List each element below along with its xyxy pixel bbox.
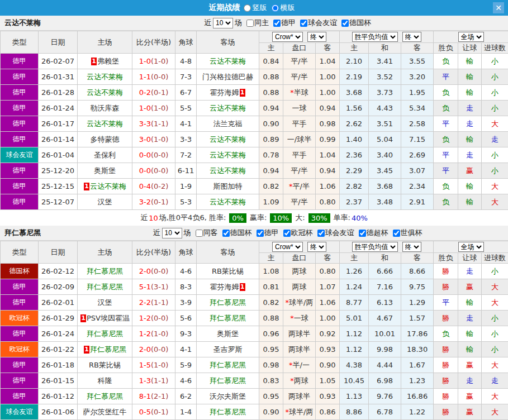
avg-time-select[interactable]: 终 [402, 242, 421, 252]
column-header: 比分(半场) [132, 241, 175, 264]
league-filter-checkbox[interactable]: 德国杯 [220, 228, 252, 238]
fulltime-score: 1-0 [139, 104, 151, 112]
away-team: 云达不莱梅 [197, 194, 259, 210]
odds-home: 0.78 [259, 147, 283, 163]
league-filter-checkbox-input[interactable] [283, 230, 291, 237]
away-team-name: 法兰克福 [213, 120, 243, 128]
handicap-line: 平/半 [283, 163, 316, 179]
avg-home: 2.10 [340, 54, 369, 69]
close-button[interactable]: ✕ [493, 2, 504, 13]
fulltime-score: 3-0 [139, 135, 151, 144]
table-row: 德甲25-12-151云达不莱梅0-4(0-2)1-9斯图加特0.82*平/半1… [1, 179, 508, 194]
avg-time-select[interactable]: 终 [402, 32, 421, 42]
league-filter-checkbox-input[interactable] [317, 230, 325, 237]
avg-away: 1.95 [401, 85, 434, 101]
home-team: 1云达不莱梅 [78, 179, 132, 194]
result-outcome: 勝 [434, 357, 458, 373]
table-row: 德甲25-12-07汉堡3-2(0-1)5-3云达不莱梅1.09平/半0.802… [1, 194, 508, 210]
handicap-line: 平手 [283, 147, 316, 163]
scope-select[interactable]: 全场 [458, 32, 484, 42]
handicap-text: 平/半 [291, 57, 307, 65]
same-venue-checkbox[interactable]: 同客 [193, 228, 218, 238]
radio-input[interactable] [244, 4, 251, 12]
team-name: 拜仁慕尼黑 [4, 228, 41, 238]
match-date: 26-01-29 [39, 311, 78, 326]
halftime-score: (0-0) [151, 345, 168, 354]
same-venue-checkbox-input[interactable] [246, 20, 254, 27]
league-filter-checkbox[interactable]: 德甲 [270, 18, 296, 28]
home-team-name: 拜仁慕尼黑 [90, 345, 126, 354]
corner-count: 5-3 [175, 194, 197, 210]
handicap-line: 两球 [283, 279, 316, 295]
halftime-score: (0-0) [151, 314, 168, 322]
avg-draw: 4.44 [369, 357, 401, 373]
league-filter-checkbox-input[interactable] [300, 20, 307, 27]
red-card-icon: 1 [240, 89, 245, 97]
avg-home: 1.13 [340, 389, 369, 404]
league-filter-checkbox[interactable]: 球会友谊 [297, 18, 337, 28]
home-team-name: 拜仁慕尼黑 [87, 392, 123, 400]
radio-input[interactable] [272, 4, 279, 12]
fulltime-score: 2-0 [139, 345, 151, 354]
match-count-select[interactable]: 10 [162, 228, 182, 238]
same-venue-checkbox-input[interactable] [196, 230, 203, 237]
score: 1-2(0-0) [132, 311, 175, 326]
result-outcome: 勝 [434, 311, 458, 326]
home-team: 拜仁慕尼黑 [78, 264, 132, 279]
odds-home: 0.94 [259, 163, 283, 179]
avg-away: 8.66 [401, 264, 434, 279]
checkbox-label: 德国杯 [349, 18, 371, 28]
column-header: 客场 [197, 241, 259, 264]
avg-type-select[interactable]: 胜平负均值 [352, 32, 398, 42]
avg-type-select[interactable]: 胜平负均值 [352, 242, 398, 252]
avg-home: 1.56 [340, 101, 369, 116]
same-venue-checkbox[interactable]: 同主 [244, 18, 269, 28]
league-filter-checkbox-input[interactable] [257, 230, 264, 237]
avg-draw: 4.67 [369, 311, 401, 326]
odds-home: 0.81 [259, 279, 283, 295]
league-filter-checkbox[interactable]: 世俱杯 [390, 228, 422, 238]
league-filter-checkbox[interactable]: 德甲 [254, 228, 279, 238]
handicap-line: *球半/两 [283, 295, 316, 311]
result-goals: 大 [482, 389, 508, 404]
odds-away: 0.94 [316, 163, 340, 179]
table-row: 德甲26-01-12拜仁慕尼黑8-1(2-1)6-2沃尔夫斯堡0.95两球半0.… [1, 389, 508, 404]
league-filter-checkbox-input[interactable] [393, 230, 400, 237]
column-header: 类型 [1, 241, 39, 264]
score: 2-0(0-0) [132, 264, 175, 279]
version-radio-竖版[interactable]: 竖版 [244, 3, 267, 13]
corner-count: 4-6 [175, 373, 197, 389]
fulltime-score: 0-2 [139, 88, 151, 97]
league-filter-checkbox-input[interactable] [341, 20, 349, 27]
halftime-score: (1-1) [151, 298, 168, 307]
avg-draw: 6.13 [369, 295, 401, 311]
home-team-name: 勒沃库森 [91, 104, 120, 112]
league-filter-checkbox[interactable]: 德超杯 [356, 228, 388, 238]
score: 1-5(1-0) [132, 357, 175, 373]
avg-draw: 3.68 [369, 179, 401, 194]
away-team-name: 云达不莱梅 [210, 135, 246, 144]
scope-select[interactable]: 全场 [458, 242, 484, 252]
odds-home: 0.90 [259, 404, 283, 420]
league-filter-checkbox-input[interactable] [359, 230, 366, 237]
home-team-name: PSV埃因霍温 [87, 314, 130, 322]
league-filter-checkbox[interactable]: 德国杯 [339, 18, 371, 28]
league-filter-checkbox[interactable]: 欧冠杯 [281, 228, 313, 238]
version-radio-横版[interactable]: 横版 [272, 3, 295, 13]
league-filter-checkbox-input[interactable] [222, 230, 230, 237]
odds-time-select[interactable]: 终 [307, 242, 326, 252]
home-team: 1PSV埃因霍温 [78, 311, 132, 326]
home-team-name: 萨尔茨堡红牛 [83, 408, 127, 416]
odds-time-select[interactable]: 终 [307, 32, 326, 42]
odds-source-select[interactable]: Crow* [272, 242, 303, 252]
odds-home: 0.88 [259, 311, 283, 326]
result-goals: 小 [482, 54, 508, 69]
corner-count: 4-6 [175, 264, 197, 279]
result-goals: 大 [482, 404, 508, 420]
league-filter-checkbox-input[interactable] [273, 20, 281, 27]
odds-source-select[interactable]: Crow* [272, 32, 303, 42]
avg-home: 3.68 [340, 85, 369, 101]
avg-draw: 3.48 [369, 194, 401, 210]
league-filter-checkbox[interactable]: 球会友谊 [315, 228, 354, 238]
match-count-select[interactable]: 10 [213, 18, 233, 28]
